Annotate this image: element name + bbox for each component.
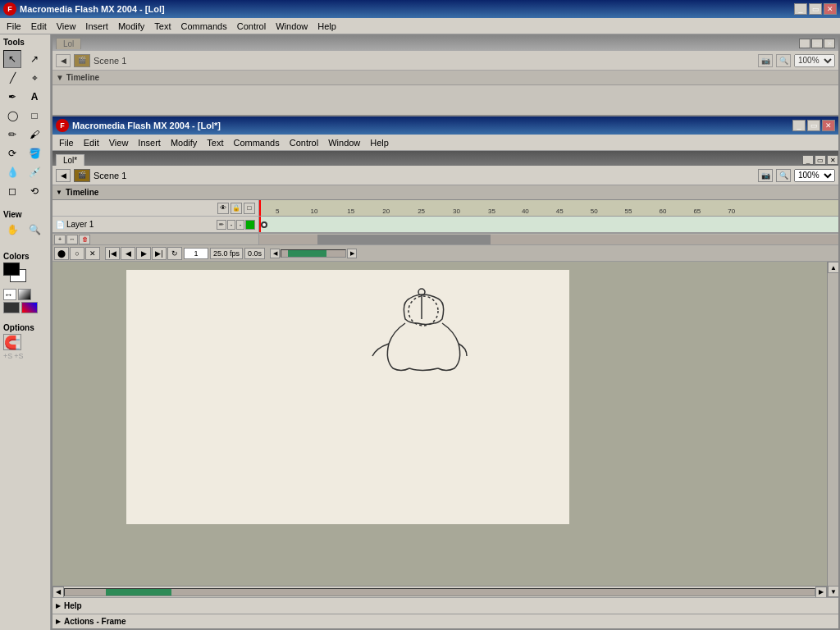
bg-zoom-select[interactable]: 100% (794, 54, 835, 67)
back-btn[interactable]: ◀ (56, 169, 71, 182)
main-close-btn[interactable]: ✕ (822, 120, 835, 131)
playhead[interactable] (259, 200, 261, 216)
frame-display[interactable]: 1 (184, 248, 208, 259)
tl-first-btn[interactable]: |◀ (105, 247, 120, 260)
add-layer-btn[interactable]: + (54, 235, 66, 244)
menu-insert[interactable]: Insert (80, 20, 113, 33)
tool-text[interactable]: A (25, 88, 43, 106)
bg-close-btn[interactable]: ✕ (824, 39, 835, 48)
menu-view[interactable]: View (52, 20, 81, 33)
no-color-btn[interactable] (3, 302, 20, 313)
v-scroll-down-btn[interactable]: ▼ (828, 586, 838, 597)
tl-eye-icon[interactable]: 👁 (217, 203, 229, 214)
h-scroll-thumb[interactable] (106, 589, 171, 596)
stage-area[interactable] (52, 262, 827, 586)
menu-modify[interactable]: Modify (113, 20, 149, 33)
tl-play-btn[interactable]: ▶ (136, 247, 151, 260)
zoom-icon-btn[interactable]: 🔍 (776, 169, 791, 182)
tl-add-keyframe-btn[interactable]: ⬤ (54, 247, 69, 260)
tl-next-btn[interactable]: ▶| (152, 247, 167, 260)
add-motion-btn[interactable]: ↔ (66, 235, 78, 244)
timeline-toggle[interactable]: ▼ (56, 189, 62, 196)
tool-oval[interactable]: ◯ (3, 107, 21, 125)
tl-loop-btn[interactable]: ↻ (167, 247, 182, 260)
tool-freeform[interactable]: ⟳ (3, 144, 21, 162)
tl-scroll-thumb[interactable] (317, 235, 491, 244)
main-minimize-btn[interactable]: _ (792, 120, 806, 131)
layer-dot2[interactable]: · (236, 220, 244, 230)
tl-outline-icon[interactable]: □ (244, 203, 255, 214)
v-scroll-up-btn[interactable]: ▲ (828, 262, 838, 273)
menu-window[interactable]: Window (271, 20, 313, 33)
default-colors-btn[interactable] (18, 289, 31, 300)
layer-color-btn[interactable] (245, 220, 255, 230)
main-menu-text[interactable]: Text (202, 136, 228, 149)
tool-eraser[interactable]: ◻ (3, 182, 21, 200)
help-arrow[interactable]: ▶ (56, 602, 61, 609)
tl-h-scroll[interactable] (281, 249, 346, 258)
main-menu-edit[interactable]: Edit (79, 136, 104, 149)
delete-layer-btn[interactable]: 🗑 (79, 235, 90, 244)
doc-restore-btn[interactable]: ▭ (815, 155, 826, 165)
tool-subselect[interactable]: ↗ (25, 50, 43, 68)
tl-add-blank-btn[interactable]: ○ (70, 247, 84, 260)
layer-name[interactable]: Layer 1 (66, 220, 215, 229)
menu-control[interactable]: Control (232, 20, 271, 33)
menu-commands[interactable]: Commands (176, 20, 231, 33)
main-menu-help[interactable]: Help (365, 136, 394, 149)
swap-colors-btn[interactable]: ↔ (3, 289, 16, 300)
tool-lasso[interactable]: ⌖ (25, 69, 43, 87)
tl-lock-icon[interactable]: 🔒 (231, 203, 242, 214)
minimize-button[interactable]: _ (794, 3, 807, 15)
magnet-icon[interactable]: 🧲 (3, 334, 21, 350)
tool-eyedrop[interactable]: 💉 (25, 163, 43, 181)
main-menu-window[interactable]: Window (323, 136, 365, 149)
doc-tab[interactable]: Lol* (56, 154, 84, 166)
tool-line[interactable]: ╱ (3, 69, 21, 87)
h-scroll-right-btn[interactable]: ▶ (815, 587, 827, 598)
tool-zoom[interactable]: 🔍 (25, 221, 43, 239)
menu-file[interactable]: File (2, 20, 26, 33)
tool-fill[interactable]: 🪣 (25, 144, 43, 162)
bg-cam-btn[interactable]: 📷 (758, 54, 773, 67)
main-menu-commands[interactable]: Commands (228, 136, 284, 149)
main-menu-control[interactable]: Control (285, 136, 323, 149)
bg-zoom-btn[interactable]: 🔍 (776, 54, 791, 67)
menu-edit[interactable]: Edit (26, 20, 52, 33)
h-scroll-track[interactable] (64, 588, 815, 596)
main-menu-insert[interactable]: Insert (133, 136, 166, 149)
tool-ink[interactable]: 💧 (3, 163, 21, 181)
main-restore-btn[interactable]: ▭ (807, 120, 820, 131)
tool-pen[interactable]: ✒ (3, 88, 21, 106)
doc-close-btn[interactable]: ✕ (827, 155, 838, 165)
main-menu-modify[interactable]: Modify (166, 136, 202, 149)
layer-dot1[interactable]: · (227, 220, 235, 230)
restore-button[interactable]: ▭ (809, 3, 822, 15)
tool-hand[interactable]: ✋ (3, 221, 21, 239)
tool-arrow[interactable]: ↖ (3, 50, 21, 68)
bg-back-btn[interactable]: ◀ (56, 54, 71, 67)
h-scroll-left-btn[interactable]: ◀ (52, 587, 64, 598)
v-scroll-thumb[interactable] (828, 273, 838, 586)
layer-edit-btn[interactable]: ✏ (217, 220, 226, 230)
tool-pencil[interactable]: ✏ (3, 126, 21, 144)
bg-window-tab[interactable]: Lol (56, 38, 81, 49)
menu-help[interactable]: Help (313, 20, 341, 33)
actions-arrow[interactable]: ▶ (56, 618, 61, 625)
tool-rect[interactable]: □ (25, 107, 43, 125)
tl-del-frame-btn[interactable]: ✕ (85, 247, 100, 260)
layer-frames-area[interactable] (259, 217, 838, 232)
tl-prev-btn[interactable]: ◀ (121, 247, 135, 260)
tl-scroll-thumb2[interactable] (288, 250, 326, 257)
stroke-color-box[interactable] (3, 262, 20, 276)
tl-scroll-left[interactable]: ◀ (270, 249, 280, 258)
cam-btn[interactable]: 📷 (758, 169, 773, 182)
bg-restore-btn[interactable]: ▭ (811, 39, 823, 48)
bg-minimize-btn[interactable]: _ (799, 39, 810, 48)
main-menu-view[interactable]: View (104, 136, 134, 149)
menu-text[interactable]: Text (149, 20, 176, 33)
main-menu-file[interactable]: File (54, 136, 79, 149)
color-gradient-btn[interactable] (21, 302, 38, 313)
close-button[interactable]: ✕ (824, 3, 837, 15)
stage-canvas[interactable] (126, 270, 569, 524)
